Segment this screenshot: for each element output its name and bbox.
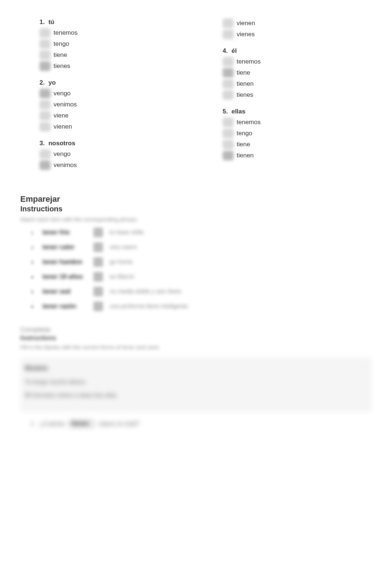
question: 1.tútenemostengotienetienes (20, 18, 189, 71)
radio-icon[interactable] (39, 100, 51, 109)
option-label: viene (54, 112, 69, 119)
question-prompt: ellas (231, 108, 245, 115)
option-label: tienen (237, 152, 254, 159)
match-number: 4 (31, 274, 36, 280)
match-term: tener 19 años (42, 273, 87, 280)
radio-icon[interactable] (39, 111, 51, 120)
question-number: 1. (39, 18, 45, 26)
match-term: tener calor (42, 244, 87, 251)
answer-option[interactable]: vengo (20, 149, 189, 159)
match-dropdown[interactable] (93, 257, 103, 267)
radio-icon[interactable] (39, 89, 51, 98)
option-label: tengo (237, 130, 252, 137)
radio-icon[interactable] (223, 90, 234, 100)
answer-option[interactable]: tienen (203, 79, 372, 89)
question-number: 4. (223, 47, 228, 55)
answer-option[interactable]: tienes (20, 61, 189, 71)
radio-icon[interactable] (223, 140, 234, 149)
answer-option[interactable]: tengo (20, 39, 189, 49)
completar-title: Completar (20, 326, 372, 334)
match-definition: to have chills (110, 229, 144, 236)
option-label: tenemos (54, 29, 78, 37)
option-label: vengo (54, 150, 71, 158)
match-row: 5tener sedno media doble y aún there (20, 287, 372, 296)
match-term: tener razón (42, 303, 87, 310)
answer-option[interactable]: viene (20, 111, 189, 120)
match-definition: una proforma tiene inteligente (110, 303, 188, 310)
option-label: tienen (237, 80, 254, 88)
option-label: tenemos (237, 58, 261, 65)
multiple-choice-section: 1.tútenemostengotienetienes2.yovengoveni… (20, 18, 372, 178)
emparejar-instructions: Match each item with the corresponding p… (20, 216, 372, 222)
option-label: tiene (237, 69, 250, 76)
radio-icon[interactable] (39, 149, 51, 159)
option-label: tiene (237, 141, 250, 148)
question-number: 2. (39, 79, 45, 86)
radio-icon[interactable] (39, 61, 51, 71)
match-number: 6 (31, 303, 36, 310)
question-prompt: tú (48, 18, 54, 26)
match-dropdown[interactable] (93, 228, 103, 237)
radio-icon[interactable] (223, 79, 234, 89)
fill-after-text: clases en total? (98, 421, 139, 427)
answer-option[interactable]: tienen (203, 151, 372, 160)
answer-option[interactable]: tenemos (203, 118, 372, 127)
answer-option[interactable]: vienen (20, 122, 189, 132)
match-dropdown[interactable] (93, 287, 103, 296)
answer-option[interactable]: vienen (203, 18, 372, 28)
option-label: venimos (54, 161, 77, 169)
radio-icon[interactable] (223, 30, 234, 39)
answer-option[interactable]: tiene (20, 50, 189, 60)
match-definition: no media doble y aún there (110, 288, 181, 295)
fill-blank-input[interactable]: tienen (69, 419, 94, 428)
match-row: 6tener razónuna proforma tiene inteligen… (20, 302, 372, 311)
match-number: 3 (31, 259, 36, 265)
model-line-2: Mi hermano viene a clase tres días. (25, 392, 367, 399)
question: 2.yovengovenimosvienevienen (20, 79, 189, 132)
question-continued: vienenvienes (203, 18, 372, 39)
radio-icon[interactable] (39, 160, 51, 170)
question-prompt: nosotros (48, 140, 75, 147)
radio-icon[interactable] (39, 39, 51, 49)
match-dropdown[interactable] (93, 272, 103, 282)
question-prompt: yo (48, 79, 56, 86)
answer-option[interactable]: tiene (203, 140, 372, 149)
radio-icon[interactable] (223, 68, 234, 78)
match-definition: es March (110, 273, 134, 280)
option-label: tenemos (237, 119, 261, 126)
match-dropdown[interactable] (93, 242, 103, 252)
question: 5.ellastenemostengotienetienen (203, 108, 372, 160)
option-label: tienes (54, 62, 70, 70)
option-label: vengo (54, 90, 71, 97)
option-label: vienen (237, 20, 255, 27)
model-label: Modelo (25, 364, 367, 372)
question: 4.éltenemostienetienentienes (203, 47, 372, 100)
answer-option[interactable]: tengo (203, 129, 372, 138)
answer-option[interactable]: venimos (20, 160, 189, 170)
question-number: 3. (39, 140, 45, 147)
match-number: 1 (31, 229, 36, 236)
radio-icon[interactable] (223, 57, 234, 67)
match-number: 2 (31, 244, 36, 251)
fill-item: 1 ¿Cuántos tienen clases en total? (20, 419, 372, 428)
match-row: 1tener fríoto have chills (20, 228, 372, 237)
radio-icon[interactable] (223, 151, 234, 160)
radio-icon[interactable] (223, 129, 234, 138)
radio-icon[interactable] (223, 18, 234, 28)
answer-option[interactable]: tenemos (20, 28, 189, 38)
answer-option[interactable]: vienes (203, 30, 372, 39)
fill-before-text: ¿Cuántos (39, 421, 65, 427)
answer-option[interactable]: venimos (20, 100, 189, 109)
radio-icon[interactable] (39, 28, 51, 38)
radio-icon[interactable] (39, 50, 51, 60)
answer-option[interactable]: tienes (203, 90, 372, 100)
answer-option[interactable]: tiene (203, 68, 372, 78)
answer-option[interactable]: vengo (20, 89, 189, 98)
answer-option[interactable]: tenemos (203, 57, 372, 67)
match-definition: go home (110, 259, 133, 265)
question-number: 5. (223, 108, 228, 115)
radio-icon[interactable] (39, 122, 51, 132)
model-line-1: Yo tengo mucho dinero. (25, 379, 367, 385)
radio-icon[interactable] (223, 118, 234, 127)
match-dropdown[interactable] (93, 302, 103, 311)
